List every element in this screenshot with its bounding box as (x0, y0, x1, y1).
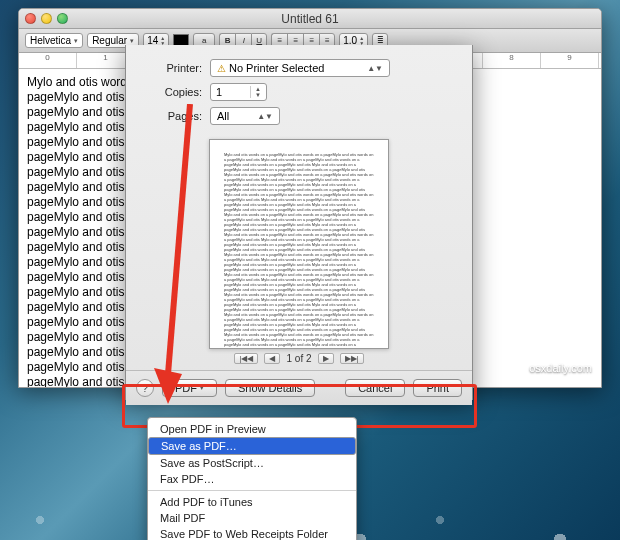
printer-label: Printer: (138, 62, 202, 74)
menu-save-as-pdf[interactable]: Save as PDF… (148, 437, 356, 455)
print-dialog: Printer: ⚠No Printer Selected ▲▼ Copies:… (125, 45, 473, 400)
last-page-button[interactable]: ▶▶| (340, 353, 364, 364)
window-title: Untitled 61 (281, 12, 338, 26)
pdf-menu-button[interactable]: PDF (162, 379, 217, 397)
titlebar: Untitled 61 (19, 9, 601, 29)
print-preview: Mylo and otis words on a pageMylo and ot… (209, 139, 389, 349)
warning-icon: ⚠ (217, 63, 226, 74)
pages-label: Pages: (138, 110, 202, 122)
help-button[interactable]: ? (136, 379, 154, 397)
pdf-dropdown-menu: Open PDF in Preview Save as PDF… Save as… (147, 417, 357, 540)
menu-fax-pdf[interactable]: Fax PDF… (148, 471, 356, 487)
close-icon[interactable] (25, 13, 36, 24)
pages-select[interactable]: All▲▼ (210, 107, 280, 125)
traffic-lights (25, 13, 68, 24)
minimize-icon[interactable] (41, 13, 52, 24)
copies-label: Copies: (138, 86, 202, 98)
preview-text: Mylo and otis words on a pageMylo and ot… (224, 152, 374, 349)
menu-add-to-itunes[interactable]: Add PDF to iTunes (148, 494, 356, 510)
show-details-button[interactable]: Show Details (225, 379, 315, 397)
page-indicator: 1 of 2 (286, 353, 311, 364)
page-navigator: |◀◀ ◀ 1 of 2 ▶ ▶▶| (126, 353, 472, 364)
menu-save-web-receipts[interactable]: Save PDF to Web Receipts Folder (148, 526, 356, 540)
first-page-button[interactable]: |◀◀ (234, 353, 258, 364)
menu-mail-pdf[interactable]: Mail PDF (148, 510, 356, 526)
menu-open-in-preview[interactable]: Open PDF in Preview (148, 421, 356, 437)
copies-stepper[interactable]: ▲▼ (210, 83, 267, 101)
zoom-icon[interactable] (57, 13, 68, 24)
font-family-select[interactable]: Helvetica (25, 33, 83, 48)
prev-page-button[interactable]: ◀ (264, 353, 280, 364)
menu-separator (148, 490, 356, 491)
next-page-button[interactable]: ▶ (318, 353, 334, 364)
watermark: osxdaily.com (529, 362, 592, 374)
dialog-buttons: ? PDF Show Details Cancel Print (126, 370, 472, 405)
printer-select[interactable]: ⚠No Printer Selected ▲▼ (210, 59, 390, 77)
print-button[interactable]: Print (413, 379, 462, 397)
menu-save-as-postscript[interactable]: Save as PostScript… (148, 455, 356, 471)
copies-input[interactable] (216, 86, 246, 98)
cancel-button[interactable]: Cancel (345, 379, 405, 397)
